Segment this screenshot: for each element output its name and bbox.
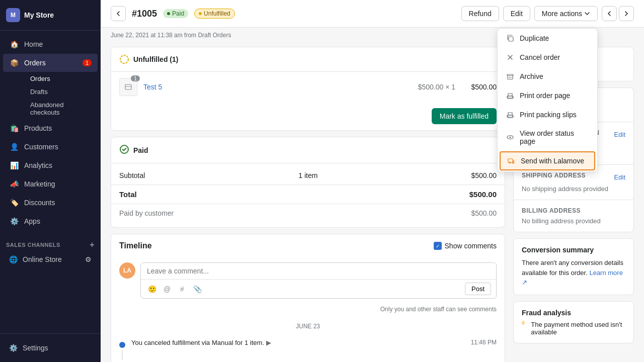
sidebar-item-analytics[interactable]: 📊 Analytics — [3, 156, 98, 174]
svg-rect-0 — [509, 37, 513, 41]
order-item-row: 1 Test 5 $500.00 × 1 $500.00 — [111, 72, 505, 102]
copy-icon — [506, 34, 515, 43]
item-price: $500.00 × 1 — [418, 83, 455, 91]
more-actions-button[interactable]: More actions — [534, 6, 598, 21]
shipping-edit-link[interactable]: Edit — [614, 173, 625, 181]
unfulfilled-card: Unfulfilled (1) 1 Test 5 $500.00 × 1 $50… — [111, 47, 505, 131]
mention-icon[interactable]: @ — [161, 283, 173, 295]
paid-icon — [119, 144, 129, 156]
print-packing-icon — [506, 110, 515, 119]
timeline-header: Timeline ✓ Show comments — [111, 234, 505, 257]
item-name[interactable]: Test 5 — [143, 83, 412, 91]
online-store-icon: 🌐 — [9, 255, 18, 263]
item-thumbnail: 1 — [119, 78, 137, 96]
subtotal-row: Subtotal 1 item $500.00 — [111, 168, 505, 183]
timeline-card: Timeline ✓ Show comments LA 🙂 @ # — [111, 234, 505, 362]
conversion-section: Conversion summary There aren't any conv… — [514, 239, 633, 295]
unfulfilled-dot — [199, 12, 202, 15]
conversion-title: Conversion summary — [522, 246, 625, 254]
order-number: #1005 — [132, 9, 157, 19]
settings-item[interactable]: ⚙️ Settings — [6, 340, 95, 356]
dropdown-lalamove[interactable]: Send with Lalamove — [500, 151, 595, 170]
edit-button[interactable]: Edit — [503, 6, 530, 21]
subnav-orders[interactable]: Orders — [24, 72, 98, 85]
svg-point-11 — [120, 145, 128, 153]
svg-point-5 — [510, 137, 511, 138]
unfulfilled-footer: Mark as fulfilled — [111, 102, 505, 130]
dropdown-print-order[interactable]: Print order page — [498, 86, 597, 105]
sidebar-footer: ⚙️ Settings — [0, 333, 101, 362]
fraud-text: The payment method used isn't available — [522, 321, 625, 336]
more-actions-wrapper: More actions Duplicate — [534, 6, 598, 21]
sidebar-nav: 🏠 Home 📦 Orders 1 Orders Drafts Abandone… — [0, 31, 101, 333]
store-icon: M — [6, 8, 20, 22]
sidebar-item-apps[interactable]: ⚙️ Apps — [3, 212, 98, 230]
add-channel-icon[interactable]: + — [90, 240, 95, 249]
main-column: Unfulfilled (1) 1 Test 5 $500.00 × 1 $50… — [111, 47, 505, 362]
fraud-card: Fraud analysis The payment method used i… — [513, 301, 634, 343]
sidebar-item-home[interactable]: 🏠 Home — [3, 35, 98, 53]
unfulfilled-icon — [119, 54, 129, 64]
dropdown-cancel-order[interactable]: Cancel order — [498, 48, 597, 67]
item-qty-badge: 1 — [131, 75, 140, 81]
dropdown-archive[interactable]: Archive — [498, 67, 597, 86]
sidebar-item-customers[interactable]: 👤 Customers — [3, 138, 98, 156]
order-date: June 22, 2021 at 11:38 am from Draft Ord… — [111, 32, 231, 39]
shipping-empty: No shipping address provided — [522, 185, 625, 193]
unfulfilled-header: Unfulfilled (1) — [111, 47, 505, 72]
refund-button[interactable]: Refund — [461, 6, 499, 21]
billing-empty: No billing address provided — [522, 217, 625, 225]
page-header: #1005 Paid Unfulfilled Refund Edit More … — [101, 0, 644, 28]
post-button[interactable]: Post — [465, 283, 491, 295]
timeline-date: JUNE 23 — [111, 318, 505, 335]
contact-edit-link[interactable]: Edit — [614, 131, 625, 138]
settings-icon: ⚙️ — [9, 344, 18, 352]
subnav-drafts[interactable]: Drafts — [24, 85, 98, 98]
subnav-abandoned[interactable]: Abandoned checkouts — [24, 99, 98, 119]
payment-card: Paid Subtotal 1 item $500.00 Total $500.… — [111, 137, 505, 228]
fraud-title: Fraud analysis — [522, 309, 625, 317]
user-avatar: LA — [119, 262, 135, 279]
print-icon — [506, 91, 515, 100]
x-icon — [506, 53, 515, 62]
shipping-title: SHIPPING ADDRESS — [522, 172, 586, 179]
paid-by-row: Paid by customer $500.00 — [111, 204, 505, 220]
paid-dot — [167, 12, 170, 15]
fraud-dot — [522, 321, 525, 325]
emoji-icon[interactable]: 🙂 — [146, 283, 158, 295]
sidebar-item-products[interactable]: 🛍️ Products — [3, 119, 98, 137]
back-button[interactable] — [111, 6, 126, 21]
svg-rect-1 — [507, 74, 513, 76]
conversion-text: There aren't any conversion details avai… — [522, 258, 625, 288]
show-comments-toggle[interactable]: ✓ Show comments — [434, 242, 497, 250]
comment-input-wrapper: 🙂 @ # 📎 Post — [140, 262, 497, 299]
dropdown-duplicate[interactable]: Duplicate — [498, 29, 597, 48]
sidebar-item-marketing[interactable]: 📣 Marketing — [3, 175, 98, 193]
payment-header: Paid — [111, 137, 505, 163]
sidebar-item-online-store[interactable]: 🌐 Online Store ⚙ — [3, 252, 98, 267]
sidebar-item-orders[interactable]: 📦 Orders 1 — [3, 54, 98, 72]
sidebar-header: M My Store — [0, 0, 101, 31]
next-order-button[interactable] — [619, 6, 634, 21]
timeline-dot-1 — [119, 342, 125, 348]
comment-input-area: LA 🙂 @ # 📎 Post — [111, 257, 505, 304]
dropdown-view-status[interactable]: View order status page — [498, 124, 597, 150]
expand-event-button[interactable]: ▶ — [266, 339, 271, 346]
hashtag-icon[interactable]: # — [176, 283, 188, 295]
store-name[interactable]: M My Store — [6, 8, 95, 22]
dropdown-print-packing[interactable]: Print packing slips — [498, 105, 597, 124]
mark-fulfilled-button[interactable]: Mark as fulfilled — [432, 108, 497, 124]
online-store-settings-icon[interactable]: ⚙ — [85, 255, 92, 263]
comment-input[interactable] — [141, 263, 496, 279]
more-actions-dropdown: Duplicate Cancel order Archive — [497, 28, 598, 172]
prev-order-button[interactable] — [602, 6, 617, 21]
show-comments-checkbox[interactable]: ✓ — [434, 242, 442, 250]
svg-point-9 — [120, 55, 128, 63]
fraud-section: Fraud analysis The payment method used i… — [514, 302, 633, 343]
sidebar-item-discounts[interactable]: 🏷️ Discounts — [3, 194, 98, 212]
attachment-icon[interactable]: 📎 — [191, 283, 203, 295]
main-content: #1005 Paid Unfulfilled Refund Edit More … — [101, 0, 644, 362]
paid-badge: Paid — [163, 9, 188, 18]
timeline-event-text-1: You canceled fulfillment via Manual for … — [131, 339, 465, 346]
lalamove-icon — [507, 156, 516, 165]
